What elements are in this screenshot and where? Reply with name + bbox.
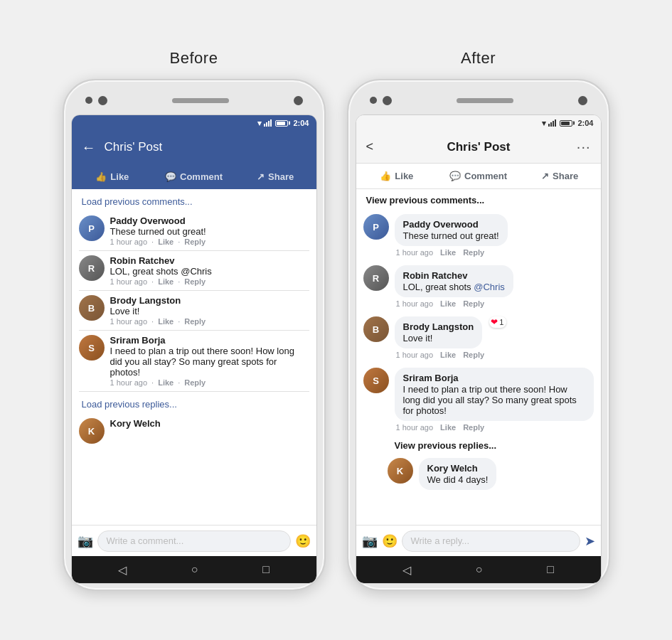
kory-bubble-after: Kory Welch We did 4 days!	[419, 458, 497, 490]
sriram-reply-after[interactable]: Reply	[463, 423, 484, 432]
after-share-btn[interactable]: ↗ Share	[519, 164, 601, 188]
recent-nav-before[interactable]: □	[262, 563, 270, 576]
comment-icon: 💬	[165, 171, 176, 182]
home-nav-before[interactable]: ○	[191, 563, 198, 576]
before-status-icons: ▾ 2:04	[257, 119, 309, 128]
sriram-meta-before: 1 hour ago · Like · Reply	[110, 378, 309, 387]
before-app-header: ← Chris' Post	[72, 131, 316, 164]
after-time-display: 2:04	[577, 119, 593, 127]
after-signal-icon	[548, 119, 556, 127]
robin-reply-after[interactable]: Reply	[463, 299, 484, 308]
emoji-icon-before[interactable]: 🙂	[295, 533, 311, 549]
after-back-button[interactable]: <	[366, 139, 374, 154]
paddy-meta-before: 1 hour ago · Like · Reply	[110, 238, 309, 246]
paddy-body-before: Paddy Overwood These turned out great! 1…	[110, 215, 309, 246]
sriram-like-after[interactable]: Like	[440, 423, 456, 432]
brody-avatar-before: B	[79, 295, 105, 321]
brody-body-before: Brody Langston Love it! 1 hour ago · Lik…	[110, 295, 309, 326]
signal-icon	[264, 119, 272, 127]
send-icon-after[interactable]: ➤	[585, 533, 595, 549]
back-nav-after[interactable]: ◁	[402, 563, 411, 577]
camera-icon-after[interactable]: 📷	[362, 533, 378, 549]
after-like-btn[interactable]: 👍 Like	[356, 164, 438, 188]
paddy-name-before: Paddy Overwood	[110, 215, 309, 226]
brody-text-before: Love it!	[110, 306, 309, 316]
brody-body-after: Brody Langston Love it! ❤ 1 1 hour ago	[395, 316, 594, 359]
back-nav-before[interactable]: ◁	[118, 563, 127, 577]
before-back-button[interactable]: ←	[82, 139, 96, 156]
after-like-icon: 👍	[380, 171, 391, 181]
robin-meta-before: 1 hour ago · Like · Reply	[110, 277, 309, 286]
after-scroll-area: View previous comments... P Paddy Overwo…	[356, 189, 601, 525]
after-screen: ▾ 2:04 < Chris' Post	[356, 114, 602, 584]
paddy-time-before: 1 hour ago	[110, 238, 148, 246]
brody-reply-after[interactable]: Reply	[463, 351, 484, 359]
after-view-prev[interactable]: View previous comments...	[356, 189, 601, 210]
paddy-reply-after[interactable]: Reply	[463, 248, 484, 257]
brody-meta-before: 1 hour ago · Like · Reply	[110, 317, 309, 326]
comment-row-brody-before: B Brody Langston Love it! 1 hour ago · L…	[72, 291, 316, 330]
after-app-header: < Chris' Post ···	[356, 131, 601, 164]
after-input-placeholder: Write a reply...	[411, 535, 470, 546]
time-display: 2:04	[293, 119, 309, 127]
sriram-meta-after: 1 hour ago Like Reply	[395, 423, 594, 432]
label-row: Before After	[0, 49, 672, 68]
brody-like-before[interactable]: Like	[158, 317, 174, 326]
paddy-like-after[interactable]: Like	[440, 248, 456, 257]
brody-name-before: Brody Langston	[110, 295, 309, 306]
robin-text-after: LOL, great shots @Chris	[403, 282, 505, 292]
before-share-btn[interactable]: ↗ Share	[235, 164, 316, 189]
sriram-like-before[interactable]: Like	[158, 378, 174, 387]
before-action-bar: 👍 Like 💬 Comment ↗ Share	[72, 164, 316, 189]
robin-name-after: Robin Ratchev	[403, 270, 505, 281]
before-status-bar: ▾ 2:04	[72, 115, 316, 131]
after-reply-input[interactable]: Write a reply...	[402, 530, 580, 552]
brody-reply-before[interactable]: Reply	[184, 317, 206, 326]
recent-nav-after[interactable]: □	[547, 563, 554, 576]
before-phone: ▾ 2:04 ← Chris' P	[63, 79, 326, 591]
paddy-meta-after: 1 hour ago Like Reply	[395, 248, 594, 257]
robin-time-before: 1 hour ago	[110, 277, 148, 286]
emoji-icon-after[interactable]: 🙂	[382, 533, 398, 549]
paddy-like-before[interactable]: Like	[158, 238, 174, 246]
sriram-reply-before[interactable]: Reply	[184, 378, 206, 387]
paddy-body-after: Paddy Overwood These turned out great! 1…	[395, 214, 594, 257]
after-comment-btn[interactable]: 💬 Comment	[437, 164, 519, 188]
sriram-time-after: 1 hour ago	[396, 423, 434, 432]
brody-like-after[interactable]: Like	[440, 351, 456, 359]
before-load-more[interactable]: Load previous comments...	[72, 189, 316, 211]
robin-meta-after: 1 hour ago Like Reply	[395, 299, 594, 308]
before-comment-input[interactable]: Write a comment...	[97, 530, 291, 552]
after-phone-bottom: ◁ ○ □	[356, 556, 601, 583]
paddy-reply-before[interactable]: Reply	[184, 238, 206, 246]
home-nav-after[interactable]: ○	[476, 563, 483, 576]
robin-body-before: Robin Ratchev LOL, great shots @Chris 1 …	[110, 255, 309, 286]
before-comment-btn[interactable]: 💬 Comment	[153, 164, 235, 189]
page-wrapper: Before After ▾	[0, 35, 672, 605]
paddy-name-after: Paddy Overwood	[403, 219, 499, 230]
robin-reply-before[interactable]: Reply	[184, 277, 206, 286]
brody-text-after: Love it!	[403, 333, 474, 343]
after-view-prev-replies[interactable]: View previous replies...	[356, 436, 601, 454]
brody-time-after: 1 hour ago	[396, 351, 434, 359]
paddy-text-after: These turned out great!	[403, 230, 499, 241]
paddy-time-after: 1 hour ago	[396, 248, 434, 257]
paddy-avatar-after: P	[363, 214, 389, 240]
kory-avatar-before: K	[79, 418, 105, 444]
sriram-text-before: I need to plan a trip out there soon! Ho…	[110, 346, 309, 378]
robin-time-after: 1 hour ago	[396, 299, 434, 308]
after-action-bar: 👍 Like 💬 Comment ↗ Share	[356, 164, 601, 189]
love-count: 1	[499, 318, 503, 326]
camera-dot-1	[85, 97, 92, 104]
before-like-btn[interactable]: 👍 Like	[72, 164, 154, 189]
robin-like-after[interactable]: Like	[440, 299, 456, 308]
comment-row-sriram-after: S Sriram Borja I need to plan a trip out…	[356, 363, 601, 436]
before-load-replies[interactable]: Load previous replies...	[72, 392, 316, 414]
after-share-icon: ↗	[541, 171, 549, 181]
kory-avatar-after: K	[388, 458, 413, 484]
after-more-button[interactable]: ···	[577, 139, 591, 155]
paddy-avatar-before: P	[79, 215, 105, 241]
robin-name-before: Robin Ratchev	[110, 255, 309, 266]
robin-like-before[interactable]: Like	[158, 277, 174, 286]
camera-icon-before[interactable]: 📷	[78, 533, 93, 549]
